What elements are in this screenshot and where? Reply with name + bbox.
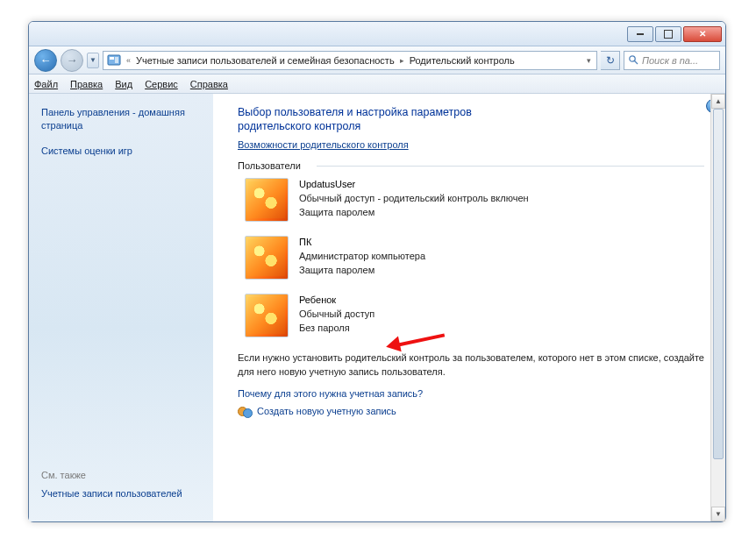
note-text: Если нужно установить родительский контр… <box>238 351 704 379</box>
search-input[interactable]: Поиск в па... <box>624 51 720 70</box>
menu-help[interactable]: Справка <box>190 79 228 89</box>
scroll-down-button[interactable]: ▼ <box>711 507 725 521</box>
user-text: Ребенок Обычный доступ Без пароля <box>299 294 374 337</box>
menu-tools[interactable]: Сервис <box>145 79 178 89</box>
scroll-up-button[interactable]: ▲ <box>711 94 725 109</box>
breadcrumb-arrow-icon: ▸ <box>398 56 406 65</box>
titlebar <box>29 22 725 46</box>
sidebar: Панель управления - домашняя страница Си… <box>29 94 213 521</box>
avatar <box>245 178 289 222</box>
why-account-link[interactable]: Почему для этого нужна учетная запись? <box>238 388 704 399</box>
vertical-scrollbar[interactable]: ▲ ▼ <box>710 94 725 521</box>
svg-rect-1 <box>110 57 114 60</box>
menu-view[interactable]: Вид <box>115 79 132 89</box>
breadcrumb-sep-icon: « <box>125 56 132 65</box>
user-name: UpdatusUser <box>299 178 529 192</box>
users-group-label: Пользователи <box>238 160 704 171</box>
user-name: Ребенок <box>299 294 374 308</box>
navigation-bar: ← → ▼ « Учетные записи пользователей и с… <box>29 46 725 74</box>
svg-rect-2 <box>115 57 118 63</box>
user-item[interactable]: ПК Администратор компьютера Защита парол… <box>245 236 704 280</box>
user-access: Обычный доступ - родительский контроль в… <box>299 192 529 206</box>
user-name: ПК <box>299 236 425 250</box>
main-content: ? Выбор пользователя и настройка парамет… <box>213 94 725 521</box>
users-icon <box>238 404 252 418</box>
forward-button[interactable]: → <box>61 49 83 72</box>
user-password: Защита паролем <box>299 264 425 278</box>
menu-edit[interactable]: Правка <box>70 79 103 89</box>
sidebar-home-link[interactable]: Панель управления - домашняя страница <box>41 106 203 132</box>
user-access: Обычный доступ <box>299 308 374 322</box>
search-placeholder: Поиск в па... <box>642 55 698 66</box>
create-account-link[interactable]: Создать новую учетную запись <box>257 406 396 416</box>
user-password: Без пароля <box>299 322 374 336</box>
user-access: Администратор компьютера <box>299 250 425 264</box>
breadcrumb-dropdown-icon[interactable]: ▾ <box>585 56 593 65</box>
sidebar-ratings-link[interactable]: Системы оценки игр <box>41 145 203 158</box>
avatar <box>245 294 289 337</box>
sidebar-accounts-link[interactable]: Учетные записи пользователей <box>41 487 203 500</box>
control-panel-window: ← → ▼ « Учетные записи пользователей и с… <box>28 21 726 522</box>
page-subtitle: родительского контроля <box>238 120 704 132</box>
svg-line-4 <box>635 60 638 64</box>
avatar <box>245 236 289 280</box>
close-button[interactable] <box>683 26 722 42</box>
user-password: Защита паролем <box>299 206 529 220</box>
refresh-button[interactable]: ↻ <box>601 51 620 70</box>
breadcrumb-segment[interactable]: Учетные записи пользователей и семейная … <box>136 55 395 66</box>
address-bar[interactable]: « Учетные записи пользователей и семейна… <box>103 51 597 70</box>
user-item[interactable]: Ребенок Обычный доступ Без пароля <box>245 294 704 337</box>
page-title: Выбор пользователя и настройка параметро… <box>238 106 704 118</box>
svg-point-3 <box>630 55 635 60</box>
window-body: Панель управления - домашняя страница Си… <box>29 94 725 521</box>
user-item[interactable]: UpdatusUser Обычный доступ - родительски… <box>245 178 704 222</box>
breadcrumb-segment[interactable]: Родительский контроль <box>410 55 515 66</box>
history-dropdown[interactable]: ▼ <box>87 53 99 68</box>
back-button[interactable]: ← <box>34 49 57 72</box>
menu-bar: Файл Правка Вид Сервис Справка <box>29 74 725 94</box>
sidebar-seealso-label: См. также <box>41 470 203 480</box>
create-account-row[interactable]: Создать новую учетную запись <box>238 404 704 418</box>
scroll-track[interactable] <box>711 109 725 507</box>
menu-file[interactable]: Файл <box>34 79 58 89</box>
capabilities-link[interactable]: Возможности родительского контроля <box>238 139 409 150</box>
maximize-button[interactable] <box>655 26 681 42</box>
control-panel-icon <box>107 53 121 67</box>
user-text: UpdatusUser Обычный доступ - родительски… <box>299 178 529 222</box>
minimize-button[interactable] <box>627 26 653 42</box>
search-icon <box>628 54 638 67</box>
user-text: ПК Администратор компьютера Защита парол… <box>299 236 425 280</box>
scroll-thumb[interactable] <box>713 109 724 459</box>
